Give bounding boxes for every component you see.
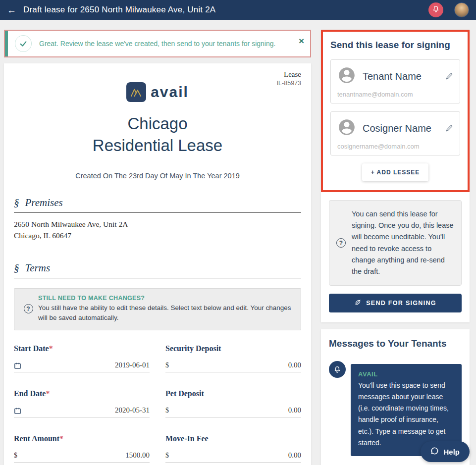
alert-message: Great. Review the lease we've created, t…: [39, 40, 299, 48]
lessee-tenant: Tenant Name tenantname@domain.com: [330, 59, 460, 103]
section-terms: §Terms: [14, 262, 301, 278]
top-navbar: ← Draft lease for 2650 North Milwaukee A…: [0, 0, 476, 20]
check-circle-icon: [15, 35, 32, 52]
question-circle-icon: ?: [24, 304, 33, 313]
close-icon[interactable]: ×: [299, 36, 304, 46]
send-for-signing-button[interactable]: SEND FOR SIGNING: [329, 294, 462, 312]
tenant-name: Tenant Name: [363, 71, 422, 82]
move-in-fee-input[interactable]: $ 0.00: [165, 451, 301, 463]
bell-badge-icon: [329, 361, 346, 378]
send-lease-title: Send this lease for signing: [330, 40, 460, 51]
success-alert: Great. Review the lease we've created, t…: [4, 30, 311, 57]
edit-notice: ? STILL NEED TO MAKE CHANGES? You still …: [14, 288, 301, 330]
lease-document-card: Lease IL-85973 avail Chicago Residential…: [4, 63, 311, 465]
edit-notice-body: You still have the ability to edit these…: [38, 303, 294, 323]
user-avatar[interactable]: [454, 2, 469, 17]
question-circle-icon: ?: [336, 238, 346, 248]
message-body: You'll use this space to send messages a…: [358, 380, 454, 449]
created-on-line: Created On The 23rd Day Of May In The Ye…: [14, 172, 301, 180]
cosigner-email: cosignername@domain.com: [337, 143, 453, 150]
lease-form: Start Date* 2019-06-01 Security Deposi: [14, 344, 301, 465]
section-premises: §Premises: [14, 197, 301, 213]
signing-notice: ? You can send this lease for signing. O…: [329, 200, 462, 286]
lessee-cosigner: Cosigner Name cosignername@domain.com: [330, 111, 460, 155]
dollar-prefix: $: [165, 452, 169, 460]
end-date-input[interactable]: 2020-05-31: [14, 406, 150, 417]
pet-deposit-input[interactable]: $ 0.00: [165, 406, 301, 417]
highlight-region: Send this lease for signing Tenant Name: [321, 30, 470, 192]
dollar-prefix: $: [165, 407, 169, 414]
person-avatar-icon: [337, 118, 356, 139]
messages-title: Messages to Your Tenants: [329, 338, 462, 349]
message-sender: AVAIL: [358, 370, 454, 378]
field-start-date: Start Date* 2019-06-01: [14, 344, 150, 372]
chat-bubble-icon: [430, 447, 439, 457]
dollar-prefix: $: [14, 452, 17, 460]
avail-logo: avail: [14, 82, 301, 102]
back-arrow-icon[interactable]: ←: [7, 5, 16, 15]
rent-amount-input[interactable]: $ 1500.00: [14, 451, 150, 463]
signing-notice-text: You can send this lease for signing. Onc…: [352, 208, 454, 277]
lease-ref-id: IL-85973: [277, 80, 301, 87]
edit-notice-title: STILL NEED TO MAKE CHANGES?: [38, 295, 294, 302]
bell-icon: [432, 5, 440, 15]
signing-lower-section: ? You can send this lease for signing. O…: [321, 192, 470, 322]
page-body: Great. Review the lease we've created, t…: [0, 20, 476, 465]
field-rent-amount: Rent Amount* $ 1500.00: [14, 434, 150, 463]
add-lessee-button[interactable]: + ADD LESSEE: [362, 163, 429, 181]
field-security-deposit: Security Deposit $ 0.00: [165, 344, 301, 372]
quill-pen-icon: [354, 299, 362, 308]
sidebar-column: Send this lease for signing Tenant Name: [321, 30, 470, 465]
lease-column: Great. Review the lease we've created, t…: [4, 30, 311, 465]
start-date-input[interactable]: 2019-06-01: [14, 361, 150, 372]
calendar-icon: [14, 407, 21, 414]
field-move-in-fee: Move-In Fee $ 0.00: [165, 434, 301, 463]
dollar-prefix: $: [165, 362, 169, 369]
avail-wordmark: avail: [151, 84, 189, 101]
lease-reference: Lease IL-85973: [277, 70, 301, 87]
security-deposit-input[interactable]: $ 0.00: [165, 361, 301, 372]
help-button[interactable]: Help: [421, 441, 470, 462]
premises-address: 2650 North Milwaukee Ave, Unit 2A Chicag…: [14, 219, 301, 241]
notifications-button[interactable]: [428, 2, 443, 17]
avail-logo-icon: [126, 82, 146, 102]
tenant-email: tenantname@domain.com: [337, 91, 453, 98]
cosigner-name: Cosigner Name: [363, 123, 431, 134]
person-avatar-icon: [337, 66, 356, 87]
edit-pencil-icon[interactable]: [445, 124, 453, 132]
edit-pencil-icon[interactable]: [445, 72, 453, 80]
calendar-icon: [14, 362, 21, 369]
send-lease-card: Send this lease for signing Tenant Name: [321, 30, 470, 322]
lease-ref-type: Lease: [277, 70, 301, 79]
page-title: Draft lease for 2650 North Milwaukee Ave…: [23, 5, 422, 15]
lease-title: Chicago Residential Lease: [14, 113, 301, 156]
field-end-date: End Date* 2020-05-31: [14, 389, 150, 417]
field-pet-deposit: Pet Deposit $ 0.00: [165, 389, 301, 417]
